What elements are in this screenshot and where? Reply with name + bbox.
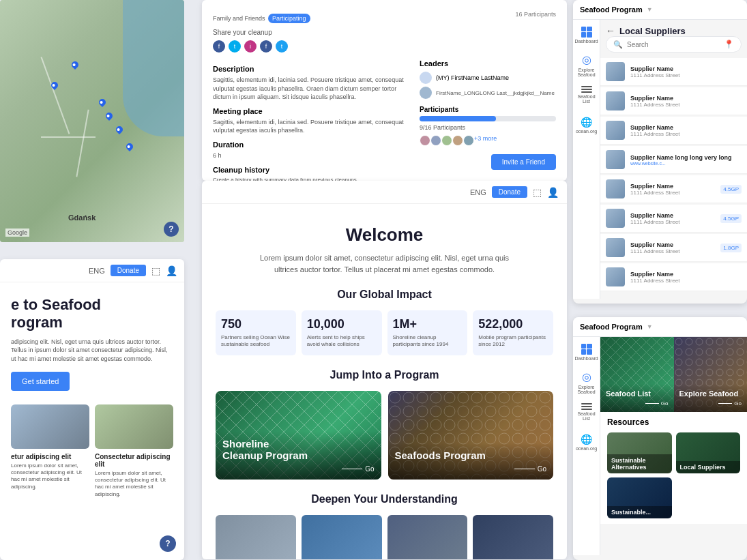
list-line <box>581 403 592 404</box>
mobile-user-icon[interactable]: 👤 <box>166 265 177 276</box>
impact-card-4: 522,000 Mobile program participants sinc… <box>473 310 553 355</box>
supplier-item[interactable]: Supplier Name 1111 Address Street <box>600 58 747 86</box>
mobile-donate-button[interactable]: Donate <box>111 265 146 276</box>
supplier-item[interactable]: Supplier Name 1111 Address Street <box>600 87 747 115</box>
app2-title: Seafood Program <box>580 323 643 331</box>
impact-number: 10,000 <box>307 317 377 331</box>
language-selector[interactable]: ENG <box>470 188 486 196</box>
social-icon[interactable]: f <box>260 40 272 53</box>
mobile-share-icon[interactable]: ⬚ <box>151 265 160 276</box>
share-icon[interactable]: ⬚ <box>533 187 542 198</box>
go-label: Go <box>734 400 742 407</box>
detail-nav: Family and Friends Participating <box>213 11 310 23</box>
understanding-image-1 <box>216 515 296 559</box>
invite-friend-button[interactable]: Invite a Friend <box>491 154 556 170</box>
sidebar-item-dashboard[interactable]: Dashboard <box>577 25 596 44</box>
sidebar-item-seafood-list[interactable]: Seafood List <box>577 85 596 104</box>
mobile-lang[interactable]: ENG <box>89 267 105 275</box>
meeting-text: Sagittis, elementum idi, lacinia sed. Po… <box>213 118 409 135</box>
go-button[interactable]: Go <box>222 465 375 473</box>
user-icon[interactable]: 👤 <box>547 187 559 198</box>
leader-avatar-1 <box>420 72 432 84</box>
twitter-icon[interactable]: t <box>229 40 241 53</box>
program-card-shoreline[interactable]: ShorelineCleanup Program Go <box>216 391 381 480</box>
app2-sidebar-item-ocean[interactable]: 🌐 ocean.org <box>577 432 596 452</box>
impact-number: 522,000 <box>478 317 548 331</box>
go-button[interactable]: Go <box>679 400 742 407</box>
mobile-help-button[interactable]: ? <box>160 535 176 552</box>
resource-card-sustainable-2[interactable]: Sustainable... <box>607 477 672 518</box>
mobile-subtitle: adipiscing elit. Nisl, eget urna quis ul… <box>11 338 173 364</box>
impact-desc: Shoreline cleanup participants since 199… <box>393 334 463 349</box>
supplier-item[interactable]: Supplier Name long long very long www.we… <box>600 146 747 174</box>
app2-sidebar-item-list[interactable]: Seafood List <box>577 402 596 422</box>
supplier-item[interactable]: Supplier Name 1111 Address Street 1.8GP <box>600 234 747 262</box>
avatar-row: +3 more <box>420 135 556 146</box>
supplier-website[interactable]: www.website.c... <box>630 161 742 166</box>
map-pin <box>125 142 134 151</box>
resource-label: Sustainable Alternatives <box>607 454 672 473</box>
location-pin-icon[interactable]: 📍 <box>724 40 734 49</box>
list-line <box>581 91 592 93</box>
sidebar-item-ocean[interactable]: 🌐 ocean.org <box>577 115 596 134</box>
map-help-button[interactable]: ? <box>164 222 179 237</box>
understanding-card-3[interactable]: Lorem Ipsum Dolor View <box>387 515 468 559</box>
search-input[interactable] <box>627 41 720 48</box>
supplier-item[interactable]: Supplier Name 1111 Address Street 4.5GP <box>600 175 747 203</box>
supplier-address: 1111 Address Street <box>630 248 720 254</box>
search-bar[interactable]: 🔍 📍 <box>606 36 742 53</box>
app2-header: Seafood Program ▼ <box>573 317 747 337</box>
facebook-icon[interactable]: f <box>213 40 225 53</box>
app2-sidebar-item-dashboard[interactable]: Dashboard <box>577 342 596 362</box>
dropdown-arrow[interactable]: ▼ <box>647 6 653 13</box>
understanding-image-4 <box>473 515 553 559</box>
resource-card-sustainable[interactable]: Sustainable Alternatives <box>607 432 672 473</box>
supplier-info: Supplier Name 1111 Address Street <box>630 241 720 254</box>
understanding-card-1[interactable]: Lorem Ipsum Dolor View <box>216 515 296 559</box>
leader-avatar-2 <box>420 87 432 99</box>
impact-number: 750 <box>221 317 291 331</box>
more-participants-link[interactable]: +3 more <box>474 135 497 146</box>
donate-button[interactable]: Donate <box>492 186 527 198</box>
seafoods-title: Seafoods Program <box>395 450 547 461</box>
supplier-name: Supplier Name <box>630 65 742 72</box>
app2-sidebar-item-explore[interactable]: ◎ Explore Seafood <box>577 372 596 392</box>
participants-title: Participants <box>420 106 556 113</box>
supplier-item[interactable]: Supplier Name 1111 Address Street <box>600 117 747 145</box>
mobile-card-image-1 <box>11 404 89 449</box>
app2-program-card-seafood-list[interactable]: Seafood List Go <box>600 337 674 412</box>
app-main-content: ← Local Suppliers 🔍 📍 Supplier Name 1111… <box>600 20 747 299</box>
grid-icon <box>581 27 592 38</box>
resource-label: Local Suppliers <box>676 461 741 473</box>
programs-grid: ShorelineCleanup Program Go <box>216 391 553 480</box>
understanding-section: Deepen Your Understanding Lorem Ipsum Do… <box>202 493 567 559</box>
app2-program-card-explore[interactable]: Explore Seafood Go <box>674 337 748 412</box>
resources-section: Resources Sustainable Alternatives Local… <box>600 412 747 524</box>
resource-card-local[interactable]: Local Suppliers <box>676 432 741 473</box>
explore-title: Explore Seafood <box>679 389 742 398</box>
understanding-card-4[interactable]: Lorem Ipsum Dolor View <box>473 515 553 559</box>
social-icon-2[interactable]: t <box>276 40 288 53</box>
sidebar-item-label: Dashboard <box>574 356 598 361</box>
program-card-seafoods[interactable]: Seafoods Program Go <box>388 391 554 480</box>
dropdown-arrow[interactable]: ▼ <box>647 323 653 330</box>
supplier-item[interactable]: Supplier Name 1111 Address Street 4.5GP <box>600 205 747 233</box>
supplier-address: 1111 Address Street <box>630 131 742 137</box>
app-sidebar: Dashboard ◎ Explore Seafood Seafood List… <box>573 20 600 299</box>
app-header-left: Seafood Program ▼ <box>580 5 653 14</box>
sidebar-item-explore-seafood[interactable]: ◎ Explore Seafood <box>577 55 596 74</box>
mobile-card-1: etur adipiscing elit Lorem ipsum dolor s… <box>11 404 89 499</box>
go-button[interactable]: Go <box>606 400 669 407</box>
list-icon <box>581 403 592 410</box>
back-button[interactable]: ← <box>606 25 615 36</box>
instagram-icon[interactable]: i <box>244 40 257 53</box>
description-title: Description <box>213 65 409 73</box>
supplier-item[interactable]: Supplier Name 1111 Address Street <box>600 263 747 291</box>
meeting-title: Meeting place <box>213 107 409 115</box>
seafoods-overlay: Seafoods Program Go <box>388 443 554 480</box>
supplier-name: Supplier Name <box>630 212 720 219</box>
understanding-card-2[interactable]: Lorem Ipsum Dolor View <box>302 515 382 559</box>
go-button[interactable]: Go <box>395 465 547 473</box>
app-body: Dashboard ◎ Explore Seafood Seafood List… <box>573 20 747 299</box>
get-started-button[interactable]: Get started <box>11 372 70 391</box>
